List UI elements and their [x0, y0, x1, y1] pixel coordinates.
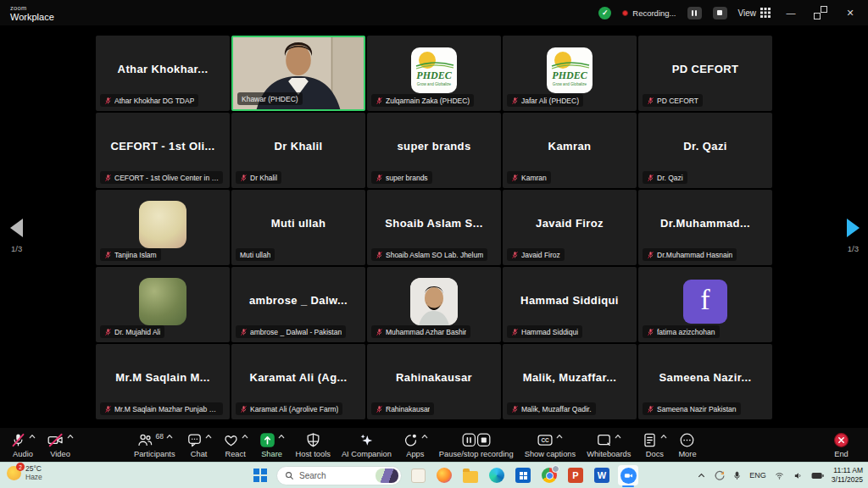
toolbar-whiteboards-button[interactable]: Whiteboards	[587, 432, 631, 458]
participant-name-text: Kamran	[521, 174, 547, 182]
participant-tile[interactable]: Javaid FirozJavaid Firoz	[503, 190, 637, 265]
muted-mic-icon	[511, 328, 519, 336]
chevron-up-icon[interactable]	[29, 434, 36, 439]
taskbar-app-powerpoint[interactable]: P	[565, 465, 586, 485]
taskbar-app-zoom[interactable]	[618, 465, 638, 485]
profile-avatar	[139, 278, 186, 325]
toolbar-react-button[interactable]: React	[223, 432, 248, 458]
toolbar-show-captions-button[interactable]: CCShow captions	[525, 432, 576, 458]
toolbar-label: Participants	[134, 450, 175, 458]
participant-tile[interactable]: PHDEC Grow and Globalize Zulqarnain Zaka…	[367, 36, 501, 111]
toolbar-end-button[interactable]: End	[833, 432, 849, 458]
chevron-up-icon[interactable]	[660, 434, 667, 439]
svg-text:Grow and Globalize: Grow and Globalize	[553, 82, 587, 86]
participant-tile[interactable]: Sameena Nazir...Sameena Nazir Pakistan	[638, 344, 772, 419]
participant-tile[interactable]: RahinakausarRahinakausar	[367, 344, 501, 419]
participant-tile[interactable]: Dr.Muhammad...Dr.Muhammad Hasnain	[638, 190, 772, 265]
taskbar-app-chrome[interactable]	[539, 465, 559, 485]
security-badge-icon[interactable]: ✓	[598, 7, 611, 19]
participant-tile[interactable]: PD CEFORTPD CEFORT	[638, 36, 772, 111]
chevron-up-icon[interactable]	[67, 434, 74, 439]
taskbar-search[interactable]: Search	[276, 466, 402, 485]
participant-tile[interactable]: Muhammad Azhar Bashir	[367, 267, 501, 342]
volume-icon[interactable]	[793, 471, 804, 480]
view-button[interactable]: View	[738, 8, 771, 18]
toolbar-audio-button[interactable]: Audio	[10, 432, 36, 458]
toolbar-ai-companion-button[interactable]: AI Companion	[342, 432, 392, 458]
toolbar-video-button[interactable]: Video	[47, 432, 74, 458]
wifi-icon[interactable]	[774, 471, 785, 480]
chevron-up-icon[interactable]	[556, 434, 563, 439]
participant-tile[interactable]: Athar Khokhar...Athar Khokhar DG TDAP	[96, 36, 230, 111]
recording-stop-button[interactable]	[713, 7, 727, 19]
participant-tile[interactable]: super brandssuper brands	[367, 113, 501, 188]
close-button[interactable]: ✕	[841, 8, 860, 19]
previous-page-arrow[interactable]	[10, 219, 23, 237]
participant-tile[interactable]: CEFORT - 1st Oli...CEFORT - 1st Olive Ce…	[96, 113, 230, 188]
language-indicator[interactable]: ENG	[749, 471, 766, 480]
participant-tile[interactable]: Karamat Ali (Ag...Karamat Ali (Agrolive …	[231, 344, 365, 419]
next-page-arrow[interactable]	[847, 219, 860, 237]
participant-name-text: Shoaib Aslam SO Lab. Jhelum	[386, 251, 483, 259]
participant-display-name: Javaid Firoz	[536, 217, 604, 230]
participant-name-text: Jafar Ali (PHDEC)	[521, 97, 579, 105]
participant-name-label: Dr. Qazi	[643, 171, 687, 184]
toolbar-share-button[interactable]: Share	[259, 432, 285, 458]
toolbar-apps-button[interactable]: Apps	[403, 432, 428, 458]
sync-icon[interactable]	[714, 470, 725, 481]
search-daily-image[interactable]	[376, 469, 398, 483]
taskbar-clock[interactable]: 11:11 AM 3/11/2025	[832, 466, 863, 484]
participant-tile[interactable]: Malik, Muzaffar...Malik, Muzaffar Qadir.	[503, 344, 637, 419]
participant-tile[interactable]: ambrose _ Dalw...ambrose _ Dalwal - Paki…	[231, 267, 365, 342]
participant-name-text: Tanjina Islam	[114, 251, 157, 259]
participant-tile[interactable]: Muti ullahMuti ullah	[231, 190, 365, 265]
toolbar-participants-button[interactable]: 68Participants	[134, 432, 175, 458]
participant-name-text: fatima azizchohan	[657, 328, 715, 336]
tray-mic-icon[interactable]	[732, 470, 742, 481]
chevron-up-icon[interactable]	[421, 434, 428, 439]
toolbar-label: Video	[50, 450, 70, 458]
pause-stop-icon	[462, 432, 491, 452]
toolbar-more-button[interactable]: More	[678, 432, 696, 458]
toolbar-label: React	[225, 450, 245, 458]
taskbar-app-firefox[interactable]	[434, 465, 454, 485]
tray-chevron-icon[interactable]	[697, 471, 706, 480]
participant-tile[interactable]: PHDEC Grow and Globalize Jafar Ali (PHDE…	[503, 36, 637, 111]
participant-tile[interactable]: Shoaib Aslam S...Shoaib Aslam SO Lab. Jh…	[367, 190, 501, 265]
chevron-up-icon[interactable]	[615, 434, 621, 439]
taskbar-app-store[interactable]	[513, 465, 533, 485]
taskbar-app-edge[interactable]	[487, 465, 507, 485]
muted-mic-icon	[376, 251, 383, 259]
participant-tile[interactable]: Dr. Mujahid Ali	[96, 267, 230, 342]
chevron-up-icon[interactable]	[242, 434, 248, 439]
participant-tile[interactable]: Dr. QaziDr. Qazi	[638, 113, 772, 188]
participant-name-label: Dr. Mujahid Ali	[100, 325, 164, 338]
battery-icon[interactable]	[811, 471, 824, 480]
participant-name-label: Mr.M Saqlain Mazhar Punjab Univers...	[100, 402, 223, 415]
minimize-button[interactable]: —	[782, 8, 800, 18]
toolbar-chat-button[interactable]: Chat	[186, 432, 212, 458]
participant-tile[interactable]: Tanjina Islam	[96, 190, 230, 265]
toolbar-docs-button[interactable]: Docs	[642, 432, 667, 458]
participant-tile[interactable]: KamranKamran	[503, 113, 637, 188]
participant-tile[interactable]: Khawar (PHDEC)	[231, 36, 365, 111]
taskbar-app-word[interactable]: W	[592, 465, 612, 485]
chevron-up-icon[interactable]	[166, 434, 173, 439]
toolbar-pause-stop-recording-button[interactable]: Pause/stop recording	[439, 432, 514, 458]
participant-tile[interactable]: Hammad SiddiquiHammad Siddiqui	[503, 267, 637, 342]
chevron-up-icon[interactable]	[205, 434, 212, 439]
chevron-up-icon[interactable]	[278, 434, 285, 439]
taskbar-app-explorer[interactable]	[460, 465, 481, 485]
page-indicator-right: 1/3	[848, 244, 859, 253]
participant-tile[interactable]: ffatima azizchohan	[638, 267, 772, 342]
svg-text:Grow and Globalize: Grow and Globalize	[417, 82, 452, 86]
participant-tile[interactable]: Dr KhalilDr Khalil	[231, 113, 365, 188]
end-call-icon	[833, 432, 849, 452]
taskbar-weather-widget[interactable]: 2 25°C Haze	[7, 465, 42, 482]
start-button[interactable]	[250, 465, 270, 485]
taskbar-app-photos[interactable]	[408, 465, 428, 485]
toolbar-host-tools-button[interactable]: Host tools	[296, 432, 331, 458]
recording-pause-button[interactable]	[687, 7, 702, 19]
participant-tile[interactable]: Mr.M Saqlain M...Mr.M Saqlain Mazhar Pun…	[96, 344, 230, 419]
participant-name-label: Dr Khalil	[236, 171, 281, 184]
